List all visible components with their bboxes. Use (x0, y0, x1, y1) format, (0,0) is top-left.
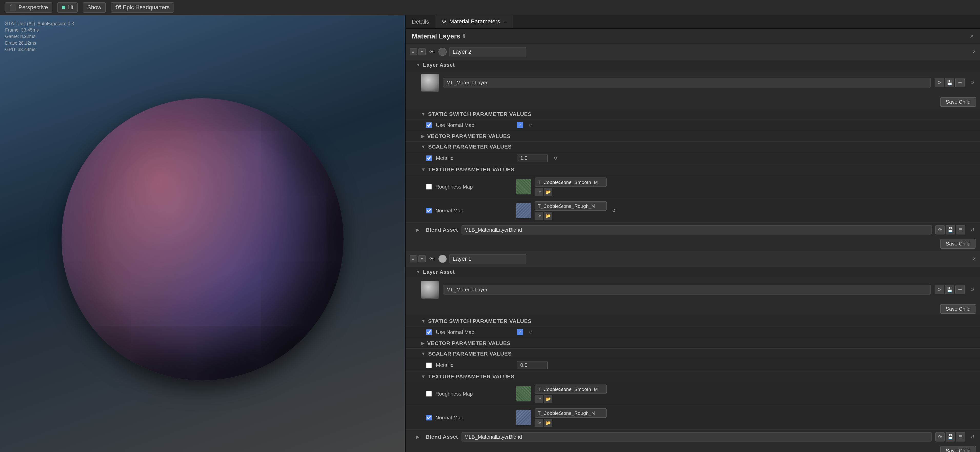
layer1-browse-icon[interactable]: ⟳ (935, 285, 944, 294)
layer1-close-icon[interactable]: × (972, 256, 976, 262)
layer2-blend-save-child-button[interactable]: Save Child (940, 239, 976, 248)
layer2-texture-header[interactable]: ▼ TEXTURE PARAMETER VALUES (406, 164, 980, 175)
layer2-normalmap-browse-icon[interactable]: ⟳ (535, 212, 543, 220)
layer2-vector-label: VECTOR PARAMETER VALUES (427, 133, 511, 139)
layer2-texture-arrow: ▼ (421, 167, 426, 172)
lit-button[interactable]: Lit (57, 2, 78, 13)
layer2-normalmap-reset-icon[interactable]: ↺ (610, 207, 617, 214)
layer1-roughness-checkbox[interactable] (426, 391, 432, 396)
layer2-scalar-label: SCALAR PARAMETER VALUES (428, 144, 512, 150)
layer2-roughness-checkbox[interactable] (426, 184, 432, 189)
layer2-metallic-value[interactable]: 1.0 (517, 154, 548, 162)
layer1-row: ≡ ▼ 👁 × (406, 251, 980, 267)
layer1-save-icon[interactable]: 💾 (945, 285, 955, 294)
layer1-normalmap-open-icon[interactable]: 📂 (544, 419, 552, 427)
tab-details-label: Details (412, 19, 429, 25)
layer1-texture-header[interactable]: ▼ TEXTURE PARAMETER VALUES (406, 371, 980, 382)
layer1-metallic-checkbox[interactable] (426, 363, 432, 368)
layer2-save-icon[interactable]: 💾 (945, 78, 955, 87)
layer1-roughness-dropdown[interactable]: T_CobbleStone_Smooth_M (535, 385, 607, 394)
tab-close-icon[interactable]: × (504, 19, 506, 24)
layer1-normal-map-reset-icon[interactable]: ↺ (527, 329, 535, 336)
layer2-save-child-button[interactable]: Save Child (940, 97, 976, 107)
perspective-button[interactable]: ⬛ Perspective (5, 2, 52, 13)
layer1-asset-reset-icon[interactable]: ↺ (969, 286, 976, 293)
layer2-blend-browse-icon[interactable]: ⟳ (935, 225, 945, 234)
layer1-normalmap-dropdown[interactable]: T_CobbleStone_Rough_N (535, 408, 607, 418)
layer1-blend-reset-icon[interactable]: ↺ (969, 433, 976, 441)
layer1-use-normal-map-checkbox[interactable] (426, 329, 432, 335)
tab-parameters[interactable]: ⚙ Material Parameters × (435, 15, 513, 28)
layer2-menu-icon[interactable]: ☰ (955, 78, 965, 87)
layer1-normal-map-check-icon: ✓ (517, 329, 523, 335)
layer1-blend-dropdown[interactable]: MLB_MaterialLayerBlend (461, 432, 932, 441)
layer1-asset-dropdown[interactable]: ML_MaterialLayer (443, 285, 931, 294)
layer1-blend-save-icon[interactable]: 💾 (946, 432, 955, 441)
layer2-static-switch-header[interactable]: ▼ STATIC SWITCH PARAMETER VALUES (406, 109, 980, 119)
layer1-vector-label: VECTOR PARAMETER VALUES (427, 340, 511, 346)
layer2-close-icon[interactable]: × (972, 48, 976, 55)
parameters-icon: ⚙ (442, 18, 447, 25)
layer1-use-normal-map-label: Use Normal Map (436, 329, 513, 335)
layer1-blend-save-child-row: Save Child (406, 444, 980, 452)
layer2-eye-icon[interactable]: 👁 (428, 48, 436, 56)
layer2-roughness-dropdown[interactable]: T_CobbleStone_Smooth_M (535, 178, 607, 187)
layer2-normalmap-dropdown[interactable]: T_CobbleStone_Rough_N (535, 201, 607, 211)
layer1-stack-icon[interactable]: ≡ (410, 255, 417, 263)
layer1-menu-icon[interactable]: ☰ (955, 285, 965, 294)
layer2-asset-dropdown[interactable]: ML_MaterialLayer (443, 78, 931, 88)
layer2-blend-save-icon[interactable]: 💾 (946, 225, 955, 234)
layer2-scalar-header[interactable]: ▼ SCALAR PARAMETER VALUES (406, 142, 980, 152)
layer2-normal-map-check-icon: ✓ (517, 122, 523, 128)
layer1-normalmap-btn-group: ⟳ 📂 (535, 419, 607, 427)
layer2-normalmap-checkbox[interactable] (426, 208, 432, 213)
layer2-asset-reset-icon[interactable]: ↺ (969, 79, 976, 86)
layer1-vector-arrow: ▶ (421, 341, 425, 346)
layer2-asset-section-row[interactable]: ▼ Layer Asset (406, 59, 980, 70)
layer2-blend-reset-icon[interactable]: ↺ (969, 226, 976, 234)
layer2-vector-header[interactable]: ▶ VECTOR PARAMETER VALUES (406, 131, 980, 142)
layer1-normalmap-checkbox[interactable] (426, 415, 432, 420)
layer2-blend-menu-icon[interactable]: ☰ (956, 225, 965, 234)
layer1-blend-save-child-button[interactable]: Save Child (940, 446, 976, 452)
layer2-roughness-open-icon[interactable]: 📂 (544, 188, 552, 196)
layer1-normalmap-browse-icon[interactable]: ⟳ (535, 419, 543, 427)
layer1-blend-menu-icon[interactable]: ☰ (956, 432, 965, 441)
layer2-name-input[interactable] (449, 47, 527, 56)
layer1-save-child-button[interactable]: Save Child (940, 304, 976, 314)
layer2-blend-row: ▶ Blend Asset MLB_MaterialLayerBlend ⟳ 💾… (406, 223, 980, 237)
layer1-scalar-header[interactable]: ▼ SCALAR PARAMETER VALUES (406, 349, 980, 359)
layer1-color-dot[interactable] (439, 255, 447, 263)
layer1-down-arrow[interactable]: ▼ (418, 255, 426, 263)
layer1-save-child-row: Save Child (406, 302, 980, 316)
material-layers-close-icon[interactable]: × (970, 32, 974, 40)
layer2-blend-label: Blend Asset (426, 227, 458, 233)
layer1-static-switch-header[interactable]: ▼ STATIC SWITCH PARAMETER VALUES (406, 316, 980, 326)
layer1-metallic-value[interactable]: 0.0 (517, 361, 548, 369)
info-icon[interactable]: ℹ (463, 33, 465, 40)
layer1-eye-icon[interactable]: 👁 (428, 255, 436, 263)
tab-details[interactable]: Details (406, 15, 435, 28)
layer2-metallic-checkbox[interactable] (426, 156, 432, 161)
layer2-use-normal-map-checkbox[interactable] (426, 123, 432, 128)
layer1-vector-header[interactable]: ▶ VECTOR PARAMETER VALUES (406, 338, 980, 349)
layer2-metallic-reset-icon[interactable]: ↺ (552, 155, 559, 162)
layer2-browse-icon[interactable]: ⟳ (935, 78, 944, 87)
layer2-down-arrow[interactable]: ▼ (418, 48, 426, 56)
layer1-normalmap-label: Normal Map (435, 415, 512, 421)
layer2-normalmap-open-icon[interactable]: 📂 (544, 212, 552, 220)
layer1-roughness-open-icon[interactable]: 📂 (544, 395, 552, 403)
layer2-color-dot[interactable] (439, 48, 447, 56)
epic-button[interactable]: 🗺 Epic Headquarters (111, 2, 174, 13)
top-bar: ⬛ Perspective Lit Show 🗺 Epic Headquarte… (0, 0, 980, 15)
show-button[interactable]: Show (83, 2, 106, 13)
layer2-normal-map-reset-icon[interactable]: ↺ (527, 122, 535, 129)
layer2-blend-dropdown[interactable]: MLB_MaterialLayerBlend (461, 225, 932, 234)
layer1-roughness-browse-icon[interactable]: ⟳ (535, 395, 543, 403)
layer2-stack-icon[interactable]: ≡ (410, 48, 417, 56)
layer1-blend-browse-icon[interactable]: ⟳ (935, 432, 945, 441)
debug-line-4: Draw: 28.12ms (5, 40, 74, 46)
layer2-roughness-browse-icon[interactable]: ⟳ (535, 188, 543, 196)
layer1-name-input[interactable] (449, 254, 527, 263)
layer1-asset-section-row[interactable]: ▼ Layer Asset (406, 267, 980, 277)
